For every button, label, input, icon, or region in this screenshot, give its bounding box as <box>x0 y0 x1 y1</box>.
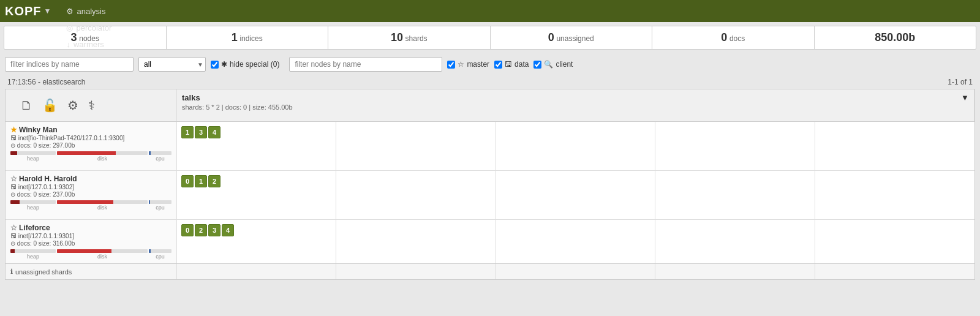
client-label: client <box>556 60 573 69</box>
new-document-icon[interactable]: 🗋 <box>20 99 32 113</box>
empty-cell-winky-man-2 <box>655 122 815 170</box>
node-name-winky-man: ★ Winky Man <box>10 126 172 134</box>
cpu-label-lifeforce: cpu <box>149 254 172 260</box>
filter-indices-input[interactable] <box>5 57 134 72</box>
stat-size: 850.00b <box>815 26 976 49</box>
master-checkbox[interactable] <box>447 61 455 69</box>
node-type-icon-harold: ☆ <box>10 175 17 183</box>
node-row-lifeforce: ☆ Lifeforce 🖫 inet[/127.0.1.1:9301] ⊙ do… <box>6 220 974 263</box>
unassigned-row: ℹ unassigned shards <box>6 263 974 279</box>
empty-cell-winky-man-1 <box>496 122 655 170</box>
heap-label-lifeforce: heap <box>10 254 56 260</box>
shard-badge-lifeforce-0[interactable]: 0 <box>181 224 194 236</box>
data-checkbox[interactable] <box>494 61 502 69</box>
shard-badge-harold-2[interactable]: 2 <box>208 175 221 187</box>
node-row-winky-man: ★ Winky Man 🖫 inet[fio-ThinkPad-T420/127… <box>6 122 974 171</box>
empty-cell-harold-2 <box>655 171 815 219</box>
node-docs-icon-lifeforce: ⊙ <box>10 240 15 247</box>
node-docs-harold: ⊙ docs: 0 size: 237.00b <box>10 191 172 198</box>
filter-nodes-input[interactable] <box>289 57 442 72</box>
cluster-header: 17:13:56 - elasticsearch 1-1 of 1 <box>5 75 975 89</box>
index-header-cell: talks ▼ shards: 5 * 2 | docs: 0 | size: … <box>177 89 974 121</box>
heap-label-harold: heap <box>10 205 56 211</box>
empty-cell-winky-man-0 <box>336 122 496 170</box>
node-name-text-winky-man: Winky Man <box>19 126 58 134</box>
empty-cell-winky-man-3 <box>815 122 974 170</box>
hide-special-checkbox[interactable] <box>211 61 219 69</box>
stat-indices-value: 1 <box>232 31 238 43</box>
heap-bar-track-winky-man <box>10 151 56 155</box>
nav-item-aliases[interactable]: 🏷aliases <box>59 0 119 3</box>
data-label: data <box>514 60 529 69</box>
bar-labels-harold: heap disk cpu <box>10 205 172 211</box>
health-icon[interactable]: ⚕ <box>88 98 95 113</box>
shard-badge-harold-1[interactable]: 1 <box>195 175 207 187</box>
grid-header-row: 🗋 🔓 ⚙ ⚕ talks ▼ shards: 5 * 2 | docs: 0 … <box>6 89 974 122</box>
node-name-lifeforce: ☆ Lifeforce <box>10 224 172 232</box>
brand-dropdown[interactable]: ▼ <box>44 7 52 15</box>
stat-unassigned: 0 unassigned <box>491 26 653 49</box>
data-filter-label[interactable]: 🖫 data <box>494 60 529 69</box>
shard-badge-winky-man-4[interactable]: 4 <box>208 126 221 138</box>
heap-bar-fill-harold <box>10 200 20 204</box>
unassigned-shards-cell-2 <box>336 264 496 279</box>
unassigned-shards-cell-3 <box>496 264 655 279</box>
unassigned-label: unassigned shards <box>15 268 72 276</box>
empty-cell-lifeforce-3 <box>815 220 974 263</box>
heap-bar-fill-winky-man <box>10 151 17 155</box>
cpu-bar-track-lifeforce <box>149 249 172 253</box>
unassigned-shards-cell-4 <box>655 264 815 279</box>
empty-cell-harold-3 <box>815 171 974 219</box>
node-name-text-lifeforce: Lifeforce <box>19 224 50 232</box>
node-cell-lifeforce: ☆ Lifeforce 🖫 inet[/127.0.1.1:9301] ⊙ do… <box>6 220 177 263</box>
filter-type-select[interactable]: all open close <box>138 57 206 72</box>
master-filter-label[interactable]: ☆ master <box>447 60 489 69</box>
disk-bar-track-winky-man <box>57 151 148 155</box>
filter-bar: all open close ▼ ✱ hide special (0) ☆ ma… <box>0 53 980 75</box>
stat-unassigned-label: unassigned <box>556 34 594 43</box>
empty-cell-lifeforce-1 <box>496 220 655 263</box>
stat-nodes-label: nodes <box>79 34 99 43</box>
data-db-icon: 🖫 <box>505 60 512 69</box>
unlock-icon[interactable]: 🔓 <box>42 98 58 113</box>
stat-docs-label: docs <box>729 34 745 43</box>
shard-badge-winky-man-1[interactable]: 1 <box>181 126 194 138</box>
node-bars-harold: heap disk cpu <box>10 200 172 211</box>
hide-special-checkbox-label[interactable]: ✱ hide special (0) <box>211 60 279 69</box>
unassigned-shards-cell-5 <box>815 264 974 279</box>
disk-bar-fill-lifeforce <box>57 249 111 253</box>
nav-item-analysis[interactable]: ⚙analysis <box>59 3 119 20</box>
node-docs-lifeforce: ⊙ docs: 0 size: 316.00b <box>10 240 172 247</box>
node-disk-icon-lifeforce: 🖫 <box>10 233 17 239</box>
shard-badge-winky-man-3[interactable]: 3 <box>195 126 207 138</box>
node-cell-winky-man: ★ Winky Man 🖫 inet[fio-ThinkPad-T420/127… <box>6 122 177 170</box>
empty-cell-lifeforce-0 <box>336 220 496 263</box>
stat-indices-label: indices <box>239 34 262 43</box>
shards-cell-lifeforce: 0234 <box>177 220 336 263</box>
disk-bar-fill-harold <box>57 200 113 204</box>
node-rows: ★ Winky Man 🖫 inet[fio-ThinkPad-T420/127… <box>6 122 974 263</box>
index-info: shards: 5 * 2 | docs: 0 | size: 455.00b <box>182 103 969 111</box>
index-expand-icon[interactable]: ▼ <box>961 93 969 102</box>
stat-nodes: 3 nodes <box>4 26 167 49</box>
shard-badge-harold-0[interactable]: 0 <box>181 175 194 187</box>
top-navigation: KOPF ▼ ⊞cluster✎rest🏷aliases⚙analysis◎pe… <box>0 0 980 22</box>
disk-bar-track-lifeforce <box>57 249 148 253</box>
shard-badge-lifeforce-4[interactable]: 4 <box>222 224 234 236</box>
empty-cell-harold-1 <box>496 171 655 219</box>
cpu-bar-fill-lifeforce <box>149 249 151 253</box>
brand-logo[interactable]: KOPF ▼ <box>5 4 51 18</box>
node-disk-icon-harold: 🖫 <box>10 184 17 190</box>
settings-gear-icon[interactable]: ⚙ <box>67 98 78 113</box>
shard-badge-lifeforce-3[interactable]: 3 <box>208 224 221 236</box>
shard-badge-lifeforce-2[interactable]: 2 <box>195 224 207 236</box>
bar-row-heap-harold <box>10 200 172 204</box>
cluster-name: elasticsearch <box>42 78 85 86</box>
client-checkbox[interactable] <box>533 61 541 69</box>
stat-size-value: 850.00b <box>875 31 915 43</box>
heap-bar-fill-lifeforce <box>10 249 15 253</box>
unassigned-shards-cell-1 <box>177 264 336 279</box>
client-filter-label[interactable]: 🔍 client <box>533 60 573 69</box>
stat-shards-value: 10 <box>391 31 403 43</box>
heap-label-winky-man: heap <box>10 156 56 162</box>
